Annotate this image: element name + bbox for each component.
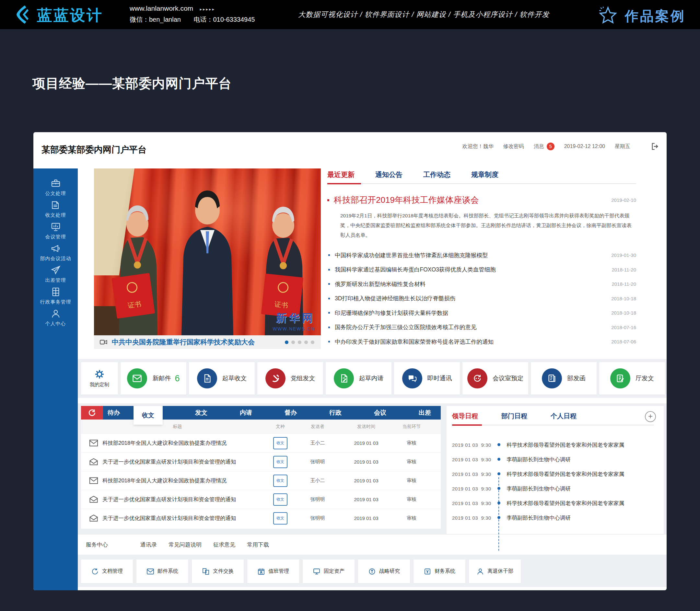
news-item-title[interactable]: 中办印发关于做好国家勋章和国家荣誉称号提名评选工作的通知 bbox=[335, 338, 611, 346]
carousel-dot[interactable] bbox=[291, 341, 295, 344]
app-file-exchange[interactable]: 文件交换 bbox=[192, 560, 244, 583]
news-item-title[interactable]: 中国科学家成功创建世界首批生物节律紊乱体细胞克隆猴模型 bbox=[335, 251, 611, 259]
table-row[interactable]: 科技部2018年全国人大建议和全国政协提案办理情况 收文 王小二 2019 01… bbox=[81, 433, 441, 452]
sidebar-item-incoming-docs[interactable]: 收文处理 bbox=[33, 200, 78, 218]
news-item[interactable]: 中办印发关于做好国家勋章和国家荣誉称号提名评选工作的通知 2018-07-06 bbox=[327, 335, 636, 349]
mail-closed-icon bbox=[89, 477, 98, 484]
app-finance-system[interactable]: 财务系统 bbox=[413, 560, 465, 583]
sidebar-item-meeting-mgmt[interactable]: 会议管理 bbox=[33, 222, 78, 240]
shortcut-instant-messaging[interactable]: 即时通讯 bbox=[394, 362, 460, 394]
tab-notices[interactable]: 通知公告 bbox=[375, 170, 403, 179]
messages-link[interactable]: 消息 5 bbox=[534, 143, 554, 150]
tab-rules[interactable]: 规章制度 bbox=[471, 170, 498, 179]
table-row[interactable]: 关于进一步优化国家重点研发计划项目和资金管理的通知 收文 张明明 2019 01… bbox=[81, 509, 441, 527]
news-item[interactable]: 印尼珊瑚礁保护与修复计划获得大量科学数据 2018-10-18 bbox=[327, 306, 636, 321]
shortcut-ministry-letter[interactable]: 部发函 bbox=[531, 362, 597, 394]
news-item-title[interactable]: 印尼珊瑚礁保护与修复计划获得大量科学数据 bbox=[335, 309, 611, 317]
shortcut-new-mail[interactable]: 新邮件 6 bbox=[120, 362, 186, 394]
schedule-date: 2019 01 03 bbox=[452, 457, 478, 462]
sidebar-item-official-docs[interactable]: 公文处理 bbox=[33, 178, 78, 197]
schedule-item[interactable]: 2019 01 03 9:30 李萌副部长到生物中心调研 bbox=[452, 511, 657, 526]
news-item[interactable]: 俄罗斯研发出新型纳米磁性复合材料 2018-11-20 bbox=[327, 277, 636, 292]
tab-travel[interactable]: 出差 bbox=[419, 408, 431, 417]
shortcut-office-docs[interactable]: 厅发文 bbox=[599, 362, 665, 394]
carousel-dot[interactable] bbox=[311, 341, 315, 344]
schedule-item[interactable]: 2019 01 03 9:30 科学技术部领导看望外国老专家和外国老专家家属 bbox=[452, 467, 657, 482]
sidebar-item-label: 出差管理 bbox=[33, 277, 78, 283]
tab-meeting[interactable]: 会议 bbox=[374, 408, 386, 417]
app-retired-cadres[interactable]: 离退休干部 bbox=[469, 560, 521, 583]
tab-incoming[interactable]: 收文 bbox=[133, 406, 163, 425]
row-title: 科技部2018年全国人大建议和全国政协提案办理情况 bbox=[102, 477, 227, 484]
shortcut-draft-internal[interactable]: 起草内请 bbox=[326, 362, 392, 394]
app-strategy-research[interactable]: 战略研究 bbox=[358, 560, 410, 583]
tab-outgoing[interactable]: 发文 bbox=[195, 408, 207, 417]
link-downloads[interactable]: 常用下载 bbox=[247, 541, 269, 549]
schedule-item[interactable]: 2019 01 03 9:30 科学技术部领导看望外国老专家和外国老专家家属 bbox=[452, 438, 657, 453]
news-item-title[interactable]: 国务院办公厅关于加强三级公立医院绩效考核工作的意见 bbox=[335, 323, 611, 331]
change-password-link[interactable]: 修改密码 bbox=[503, 143, 524, 150]
tab-recent-updates[interactable]: 最近更新 bbox=[327, 170, 354, 179]
news-headline[interactable]: 科技部召开2019年科技工作媒体座谈会 2019-02-10 bbox=[327, 194, 636, 206]
link-feedback[interactable]: 征求意见 bbox=[213, 541, 235, 549]
bullet-icon bbox=[328, 283, 330, 285]
todo-clock-icon bbox=[81, 406, 103, 419]
schedule-item[interactable]: 2019 01 03 9:30 科学技术部领导看望外国老专家和外国老专家家属 bbox=[452, 497, 657, 511]
carousel-dot[interactable] bbox=[285, 341, 289, 344]
user-icon bbox=[33, 309, 78, 319]
news-item[interactable]: 我国科学家通过基因编辑长寿蛋白FOXO3获得优质人类血管细胞 2018-11-2… bbox=[327, 263, 636, 277]
tab-department-schedule[interactable]: 部门日程 bbox=[501, 412, 527, 420]
header-contact-block: www.lanlanwork.com ▸▸▸▸▸ 微信：ben_lanlan 电… bbox=[130, 4, 266, 24]
table-row[interactable]: 科技部2018年全国人大建议和全国政协提案办理情况 收文 王小二 2019 01… bbox=[81, 471, 441, 490]
news-item[interactable]: 国务院办公厅关于加强三级公立医院绩效考核工作的意见 2018-07-16 bbox=[327, 320, 636, 335]
link-service-center[interactable]: 服务中心 bbox=[86, 541, 108, 549]
news-item-date: 2018-10-18 bbox=[611, 296, 636, 301]
app-mail-system[interactable]: 邮件系统 bbox=[136, 560, 188, 583]
link-contacts[interactable]: 通讯录 bbox=[140, 541, 157, 549]
sidebar-item-personal-center[interactable]: 个人中心 bbox=[33, 309, 78, 327]
news-item[interactable]: 3D打印植入物促进神经细胞生长以治疗脊髓损伤 2018-10-18 bbox=[327, 291, 636, 306]
link-faq[interactable]: 常见问题说明 bbox=[169, 541, 202, 549]
sidebar-item-internal-meetings[interactable]: 部内会议活动 bbox=[33, 243, 78, 262]
logout-icon[interactable] bbox=[651, 142, 659, 151]
tab-personal-schedule[interactable]: 个人日程 bbox=[551, 412, 577, 420]
schedule-item[interactable]: 2019 01 03 9:30 李萌副部长到生物中心调研 bbox=[452, 482, 657, 497]
shortcut-label: 新邮件 bbox=[152, 374, 171, 383]
tab-work-dynamics[interactable]: 工作动态 bbox=[423, 170, 450, 179]
shortcut-label: 我的定制 bbox=[90, 382, 109, 388]
sidebar-item-admin-affairs[interactable]: 行政事务管理 bbox=[33, 287, 78, 305]
mail-count: 6 bbox=[175, 374, 179, 384]
sidebar-item-label: 个人中心 bbox=[33, 321, 78, 327]
news-item[interactable]: 中国科学家成功创建世界首批生物节律紊乱体细胞克隆猴模型 2019-01-30 bbox=[327, 248, 636, 263]
row-title: 关于进一步优化国家重点研发计划项目和资金管理的通知 bbox=[102, 515, 236, 522]
news-item-title[interactable]: 我国科学家通过基因编辑长寿蛋白FOXO3获得优质人类血管细胞 bbox=[335, 266, 612, 273]
add-schedule-icon[interactable]: + bbox=[645, 411, 656, 422]
shortcut-party-docs[interactable]: 党组发文 bbox=[257, 362, 323, 394]
app-fixed-assets[interactable]: 固定资产 bbox=[303, 560, 354, 583]
news-carousel[interactable]: 证书 证书 新华网 bbox=[94, 168, 321, 349]
table-row[interactable]: 关于进一步优化国家重点研发计划项目和资金管理的通知 收文 张明明 2019 01… bbox=[81, 452, 441, 471]
tab-todo[interactable]: 待办 bbox=[107, 408, 120, 417]
site-url[interactable]: www.lanlanwork.com bbox=[130, 4, 193, 12]
tab-admin[interactable]: 行政 bbox=[329, 408, 341, 417]
carousel-caption[interactable]: 中共中央国务院隆重举行国家科学技术奖励大会 bbox=[112, 338, 285, 347]
carousel-dot[interactable] bbox=[298, 341, 302, 344]
shortcut-meeting-room[interactable]: 会议室预定 bbox=[463, 362, 528, 394]
sidebar-item-travel[interactable]: 出差管理 bbox=[33, 265, 78, 283]
tab-supervision[interactable]: 督办 bbox=[285, 408, 297, 417]
news-item-title[interactable]: 3D打印植入物促进神经细胞生长以治疗脊髓损伤 bbox=[335, 295, 611, 302]
shortcut-my-customization[interactable]: 我的定制 bbox=[81, 362, 118, 394]
todo-tabbar: 待办 收文 发文 内请 督办 行政 会议 出差 bbox=[81, 406, 441, 419]
carousel-dot[interactable] bbox=[304, 341, 308, 344]
app-document-mgmt[interactable]: 文档管理 bbox=[81, 560, 133, 583]
exchange-icon bbox=[202, 568, 210, 575]
table-row[interactable]: 关于进一步优化国家重点研发计划项目和资金管理的通知 收文 张明明 2019 01… bbox=[81, 490, 441, 509]
news-item-title[interactable]: 俄罗斯研发出新型纳米磁性复合材料 bbox=[335, 280, 612, 288]
headline-title[interactable]: 科技部召开2019年科技工作媒体座谈会 bbox=[334, 194, 611, 206]
schedule-item[interactable]: 2019 01 03 9:30 李萌副部长到生物中心调研 bbox=[452, 453, 657, 467]
tab-internal[interactable]: 内请 bbox=[240, 408, 252, 417]
shortcut-draft-incoming[interactable]: 起草收文 bbox=[189, 362, 255, 394]
app-duty-mgmt[interactable]: 值班管理 bbox=[247, 560, 299, 583]
tab-leader-schedule[interactable]: 领导日程 bbox=[452, 412, 478, 420]
portfolio-label[interactable]: 作品案例 bbox=[625, 7, 686, 25]
